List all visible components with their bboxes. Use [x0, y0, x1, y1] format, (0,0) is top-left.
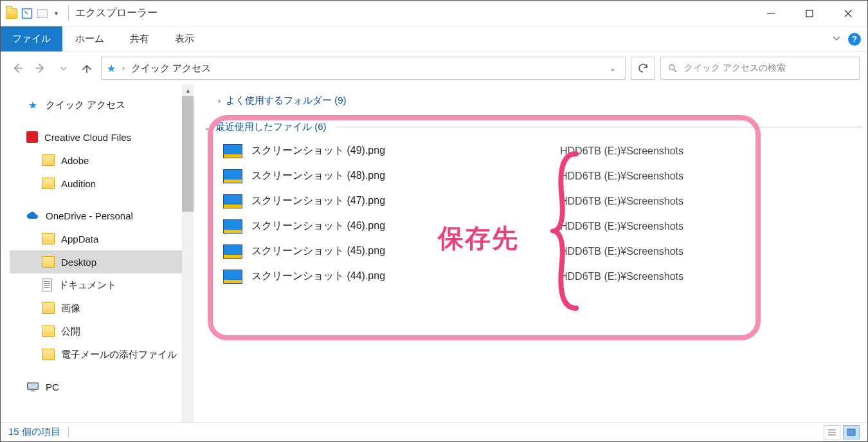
search-placeholder: クイック アクセスの検索	[684, 62, 786, 74]
file-path: HDD6TB (E:)¥Screenshots	[560, 170, 683, 182]
group-recent-files[interactable]: ⌄ 最近使用したファイル (6)	[204, 118, 862, 136]
sidebar-item-creative-cloud[interactable]: Creative Cloud Files	[10, 125, 194, 149]
sidebar-label: クイック アクセス	[46, 99, 125, 111]
title-bar: ▾ エクスプローラー	[1, 1, 867, 26]
sidebar-item-appdata[interactable]: AppData	[10, 227, 194, 250]
tab-share[interactable]: 共有	[117, 26, 162, 51]
forward-button[interactable]	[32, 59, 50, 77]
close-button[interactable]	[829, 1, 867, 26]
svg-line-6	[674, 69, 676, 72]
quick-access-toolbar: ▾	[1, 6, 62, 21]
sidebar-label: Desktop	[61, 257, 96, 268]
sidebar-label: Audition	[61, 178, 96, 189]
back-button[interactable]	[8, 59, 26, 77]
address-dropdown-icon[interactable]: ⌄	[606, 64, 620, 73]
sidebar-item-documents[interactable]: ドキュメント	[10, 273, 194, 297]
sidebar-item-adobe[interactable]: Adobe	[10, 149, 194, 172]
file-path: HDD6TB (E:)¥Screenshots	[560, 221, 683, 232]
sidebar-label: 電子メールの添付ファイル	[61, 349, 177, 361]
breadcrumb-location[interactable]: クイック アクセス	[131, 62, 211, 75]
sidebar-item-quick-access[interactable]: ★ クイック アクセス	[10, 93, 194, 116]
folder-icon	[42, 233, 55, 244]
navigation-pane: ★ クイック アクセス Creative Cloud Files Adobe A…	[1, 84, 194, 423]
creative-cloud-icon	[26, 131, 38, 143]
sidebar-item-email[interactable]: 電子メールの添付ファイル	[10, 343, 194, 366]
ribbon-tabs: ファイル ホーム 共有 表示 ?	[1, 26, 867, 52]
file-list: スクリーンショット (49).png HDD6TB (E:)¥Screensho…	[204, 136, 862, 291]
help-button[interactable]: ?	[848, 33, 861, 46]
svg-point-5	[669, 65, 674, 70]
list-item[interactable]: スクリーンショット (44).png HDD6TB (E:)¥Screensho…	[223, 264, 862, 289]
sidebar-item-onedrive[interactable]: OneDrive - Personal	[10, 204, 194, 227]
sidebar-label: Creative Cloud Files	[44, 132, 131, 143]
explorer-app-icon	[5, 6, 19, 21]
sidebar-item-audition[interactable]: Audition	[10, 172, 194, 195]
file-thumbnail-icon	[223, 194, 242, 208]
onedrive-icon	[26, 210, 39, 221]
refresh-button[interactable]	[631, 57, 655, 80]
sidebar-item-public[interactable]: 公開	[10, 320, 194, 343]
view-details-button[interactable]	[824, 425, 840, 439]
group-divider	[337, 127, 863, 127]
file-thumbnail-icon	[223, 244, 242, 259]
svg-rect-12	[847, 429, 855, 436]
file-thumbnail-icon	[223, 219, 242, 234]
content-pane: › よく使用するフォルダー (9) ⌄ 最近使用したファイル (6) スクリーン…	[194, 84, 867, 423]
list-item[interactable]: スクリーンショット (48).png HDD6TB (E:)¥Screensho…	[223, 163, 862, 189]
group-frequent-folders[interactable]: › よく使用するフォルダー (9)	[204, 92, 862, 109]
tab-file[interactable]: ファイル	[1, 26, 62, 51]
file-thumbnail-icon	[223, 144, 242, 158]
sidebar-item-desktop[interactable]: Desktop	[10, 250, 194, 273]
file-name: スクリーンショット (47).png	[251, 194, 521, 208]
file-thumbnail-icon	[223, 270, 242, 284]
maximize-button[interactable]	[790, 1, 829, 26]
folder-icon	[42, 326, 55, 337]
qat-dropdown-icon[interactable]: ▾	[51, 10, 62, 17]
qat-properties-icon[interactable]	[20, 6, 34, 21]
sidebar-label: AppData	[61, 234, 98, 244]
sidebar-label: OneDrive - Personal	[46, 210, 133, 221]
body: ★ クイック アクセス Creative Cloud Files Adobe A…	[1, 84, 867, 423]
up-button[interactable]	[78, 59, 96, 77]
tab-home[interactable]: ホーム	[62, 26, 117, 51]
document-icon	[42, 279, 52, 291]
titlebar-separator	[68, 6, 69, 21]
file-path: HDD6TB (E:)¥Screenshots	[560, 196, 683, 207]
group-label: 最近使用したファイル (6)	[215, 121, 327, 133]
qat-newfolder-icon[interactable]	[35, 6, 50, 21]
star-icon: ★	[26, 99, 39, 111]
quick-access-star-icon: ★	[107, 62, 116, 75]
file-name: スクリーンショット (44).png	[251, 270, 521, 283]
chevron-down-icon: ⌄	[204, 123, 210, 132]
window-controls	[752, 1, 867, 26]
scrollbar-up-icon[interactable]: ▴	[182, 84, 194, 96]
address-bar[interactable]: ★ › クイック アクセス ⌄	[101, 57, 626, 80]
list-item[interactable]: スクリーンショット (49).png HDD6TB (E:)¥Screensho…	[223, 138, 862, 163]
minimize-button[interactable]	[752, 1, 790, 26]
group-label: よく使用するフォルダー (9)	[226, 95, 347, 107]
recent-dropdown-icon[interactable]	[55, 59, 73, 77]
view-thumbnails-button[interactable]	[843, 425, 860, 439]
search-icon	[667, 63, 678, 73]
file-name: スクリーンショット (49).png	[251, 144, 521, 158]
status-separator	[68, 427, 69, 438]
svg-rect-2	[806, 10, 813, 17]
search-input[interactable]: クイック アクセスの検索	[660, 57, 860, 80]
list-item[interactable]: スクリーンショット (46).png HDD6TB (E:)¥Screensho…	[223, 214, 862, 239]
sidebar-item-pictures[interactable]: 画像	[10, 297, 194, 320]
file-path: HDD6TB (E:)¥Screenshots	[560, 246, 683, 257]
folder-icon	[42, 349, 55, 360]
folder-icon	[42, 256, 55, 268]
list-item[interactable]: スクリーンショット (47).png HDD6TB (E:)¥Screensho…	[223, 189, 862, 214]
ribbon-collapse-icon[interactable]	[831, 33, 842, 45]
sidebar-item-pc[interactable]: PC	[10, 375, 194, 398]
folder-icon	[42, 154, 55, 166]
folder-icon	[42, 302, 55, 314]
tab-view[interactable]: 表示	[162, 26, 207, 51]
navigation-bar: ★ › クイック アクセス ⌄ クイック アクセスの検索	[1, 52, 867, 84]
file-name: スクリーンショット (45).png	[251, 244, 521, 258]
list-item[interactable]: スクリーンショット (45).png HDD6TB (E:)¥Screensho…	[223, 239, 862, 264]
sidebar-label: Adobe	[61, 155, 89, 166]
scrollbar-thumb[interactable]	[182, 96, 194, 212]
sidebar-label: ドキュメント	[59, 279, 116, 291]
